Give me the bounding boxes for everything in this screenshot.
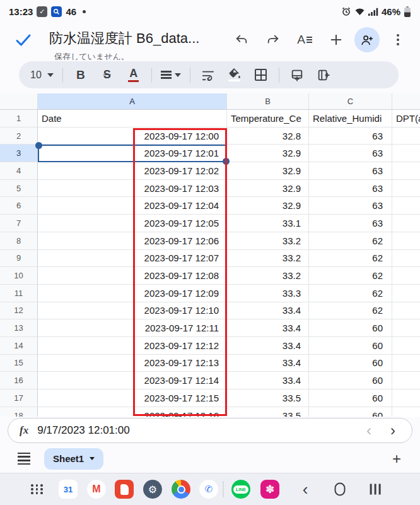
- selection-handle-top-left[interactable]: [35, 142, 42, 149]
- row-number[interactable]: 4: [0, 162, 38, 180]
- cell-temperature[interactable]: 33.2: [227, 267, 309, 285]
- cell-humidity[interactable]: 63: [309, 128, 392, 145]
- cell-humidity[interactable]: 60: [309, 372, 392, 389]
- row-number[interactable]: 1: [0, 110, 38, 128]
- cell-dpt[interactable]: [392, 180, 420, 198]
- insert-column-button[interactable]: [315, 66, 332, 85]
- cell-temperature[interactable]: 32.9: [227, 180, 309, 198]
- plus-icon[interactable]: [323, 27, 349, 53]
- cell-humidity[interactable]: 62: [309, 250, 392, 268]
- done-check-icon[interactable]: [15, 33, 32, 47]
- gmail-app-icon[interactable]: M: [87, 480, 106, 499]
- fill-color-button[interactable]: [226, 66, 243, 85]
- cell-humidity[interactable]: 62: [309, 232, 392, 250]
- cell-c1[interactable]: Relative_Humidi: [309, 110, 392, 128]
- font-size-select[interactable]: 10: [30, 66, 54, 85]
- cell-temperature[interactable]: 33.4: [227, 337, 309, 355]
- cell-temperature[interactable]: 33.3: [227, 285, 309, 302]
- tab-sheet1[interactable]: Sheet1: [44, 448, 103, 470]
- flower-app-icon[interactable]: ✽: [260, 480, 279, 499]
- row-number[interactable]: 12: [0, 302, 38, 320]
- text-wrap-button[interactable]: [199, 66, 217, 85]
- cell-temperature[interactable]: 32.9: [227, 145, 309, 162]
- bold-button[interactable]: B: [72, 66, 90, 85]
- undo-icon[interactable]: [228, 27, 255, 53]
- cell-humidity[interactable]: 60: [309, 319, 392, 337]
- cell-temperature[interactable]: 33.2: [227, 250, 309, 268]
- cell-dpt[interactable]: [392, 302, 420, 320]
- formula-bar[interactable]: fx 9/17/2023 12:01:00 ‹ ›: [8, 418, 412, 443]
- cell-temperature[interactable]: 33.4: [227, 355, 309, 372]
- text-color-button[interactable]: A: [125, 66, 143, 85]
- cell-humidity[interactable]: 62: [309, 267, 392, 285]
- nav-back-icon[interactable]: ‹: [303, 480, 308, 499]
- cell-a1[interactable]: Date: [38, 110, 227, 128]
- formula-input[interactable]: 9/17/2023 12:01:00: [37, 424, 353, 437]
- nav-home-icon[interactable]: [335, 483, 346, 496]
- row-number[interactable]: 11: [0, 285, 38, 302]
- cell-d1[interactable]: DPT(a: [392, 110, 420, 128]
- overflow-menu-icon[interactable]: [385, 27, 411, 53]
- cell-humidity[interactable]: 60: [309, 389, 392, 407]
- row-number[interactable]: 9: [0, 250, 38, 268]
- cell-humidity[interactable]: 63: [309, 215, 392, 232]
- add-sheet-button[interactable]: +: [392, 450, 401, 468]
- cell-humidity[interactable]: 63: [309, 197, 392, 215]
- cell-temperature[interactable]: 33.4: [227, 319, 309, 337]
- cell-dpt[interactable]: [392, 372, 420, 389]
- prev-cell-chevron-icon[interactable]: ‹: [361, 423, 376, 438]
- app-drawer-icon[interactable]: [31, 484, 44, 494]
- row-number[interactable]: 7: [0, 215, 38, 232]
- cell-dpt[interactable]: [392, 232, 420, 250]
- cell-humidity[interactable]: 60: [309, 337, 392, 355]
- cell-temperature[interactable]: 33.5: [227, 389, 309, 407]
- row-number[interactable]: 3: [0, 145, 38, 162]
- row-number[interactable]: 5: [0, 180, 38, 198]
- document-title[interactable]: 防水温湿度計 B6_data...: [49, 29, 238, 48]
- notes-app-icon[interactable]: [115, 480, 134, 499]
- cell-dpt[interactable]: [392, 197, 420, 215]
- cell-temperature[interactable]: 33.1: [227, 215, 309, 232]
- line-app-icon[interactable]: LINE: [231, 480, 250, 499]
- cell-dpt[interactable]: [392, 337, 420, 355]
- cell-temperature[interactable]: 32.9: [227, 162, 309, 180]
- cell-humidity[interactable]: 62: [309, 302, 392, 320]
- format-text-icon[interactable]: A: [291, 27, 318, 53]
- cell-temperature[interactable]: 32.8: [227, 128, 309, 145]
- cell-dpt[interactable]: [392, 215, 420, 232]
- row-number[interactable]: 16: [0, 372, 38, 389]
- cell-dpt[interactable]: [392, 355, 420, 372]
- cell-dpt[interactable]: [392, 267, 420, 285]
- sheets-menu-icon[interactable]: [18, 453, 30, 465]
- cell-humidity[interactable]: 63: [309, 145, 392, 162]
- column-header-d[interactable]: [392, 93, 420, 110]
- cell-b1[interactable]: Temperature_Ce: [227, 110, 309, 128]
- cell-temperature[interactable]: 33.4: [227, 372, 309, 389]
- cell-humidity[interactable]: 63: [309, 180, 392, 198]
- row-number[interactable]: 14: [0, 337, 38, 355]
- borders-button[interactable]: [252, 66, 270, 85]
- phone-app-icon[interactable]: ✆: [199, 480, 218, 499]
- next-cell-chevron-icon[interactable]: ›: [385, 423, 400, 438]
- row-number[interactable]: 2: [0, 128, 38, 145]
- redo-icon[interactable]: [260, 27, 286, 53]
- cell-temperature[interactable]: 32.9: [227, 197, 309, 215]
- insert-row-button[interactable]: [288, 66, 306, 85]
- strikethrough-button[interactable]: S: [98, 66, 116, 85]
- cell-dpt[interactable]: [392, 389, 420, 407]
- cell-dpt[interactable]: [392, 285, 420, 302]
- cell-dpt[interactable]: [392, 319, 420, 337]
- row-number[interactable]: 6: [0, 197, 38, 215]
- cell-humidity[interactable]: 60: [309, 355, 392, 372]
- cell-dpt[interactable]: [392, 250, 420, 268]
- settings-app-icon[interactable]: ⚙: [143, 480, 162, 499]
- cell-humidity[interactable]: 62: [309, 285, 392, 302]
- select-all-corner[interactable]: [0, 93, 38, 110]
- nav-recents-icon[interactable]: [370, 484, 381, 495]
- align-button[interactable]: [161, 66, 181, 85]
- cell-dpt[interactable]: [392, 145, 420, 162]
- chrome-app-icon[interactable]: [172, 480, 190, 499]
- cell-temperature[interactable]: 33.4: [227, 302, 309, 320]
- column-header-c[interactable]: C: [309, 93, 392, 110]
- column-header-a[interactable]: A: [38, 93, 227, 110]
